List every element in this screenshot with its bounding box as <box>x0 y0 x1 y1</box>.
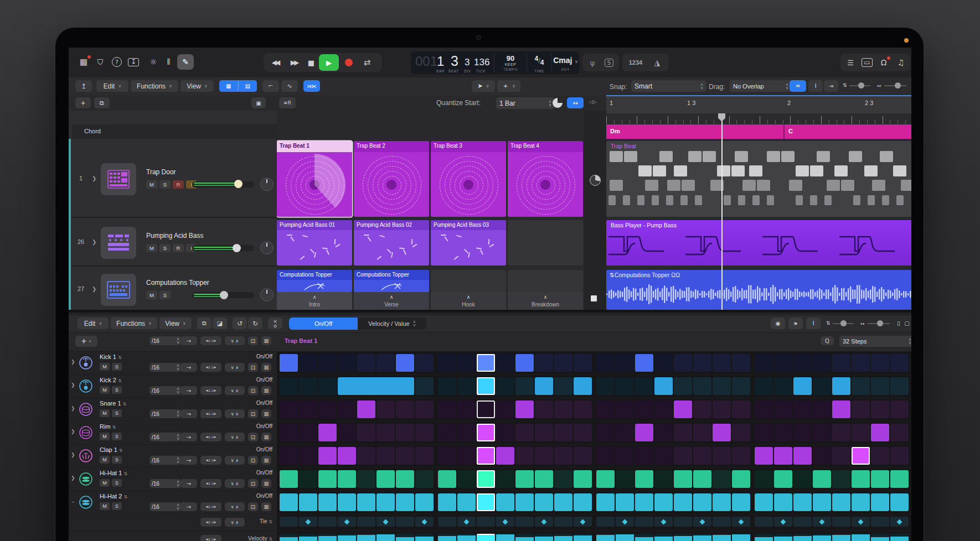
step-cell[interactable] <box>813 447 831 465</box>
step-cell[interactable] <box>713 493 731 511</box>
step-cell[interactable] <box>674 447 692 465</box>
direction-button[interactable]: → <box>180 502 197 511</box>
step-cell[interactable] <box>457 447 476 465</box>
decrement-increment-button[interactable]: ∨ ∧ <box>225 479 245 488</box>
seq-functions-menu[interactable]: Functions∨ <box>111 318 157 329</box>
track-header-26[interactable]: 26❯Pumping Acid BassMSRI <box>71 220 277 267</box>
randomize-button[interactable]: ⊡ <box>248 386 258 395</box>
step-cell[interactable] <box>299 377 317 395</box>
tie-cell[interactable] <box>496 517 514 527</box>
step-cell[interactable] <box>793 354 812 372</box>
slider-thumb[interactable] <box>840 320 847 326</box>
arrange-functions-menu[interactable]: Functions∨ <box>131 80 178 92</box>
step-cell[interactable] <box>852 470 870 488</box>
step-cell[interactable] <box>438 400 456 418</box>
step-cell[interactable] <box>396 400 414 418</box>
slider-thumb[interactable] <box>858 82 864 89</box>
step-cell[interactable] <box>654 400 673 418</box>
clear-button[interactable]: ⊠ <box>261 479 271 488</box>
randomize-button[interactable]: ⊡ <box>248 433 258 441</box>
row-solo-button[interactable]: S <box>112 433 122 440</box>
step-cell[interactable] <box>693 354 711 372</box>
step-cell[interactable] <box>852 424 870 441</box>
seq-overlap-button[interactable]: ◪ <box>213 318 227 329</box>
step-cell[interactable] <box>832 400 850 418</box>
row-stepper-icon[interactable]: ⇅ <box>123 495 127 500</box>
pencil-tool-button[interactable]: ✎ <box>177 54 194 70</box>
tie-cell[interactable] <box>732 517 750 527</box>
region-computations-topper[interactable]: ⇅Computations Topper ΩΩ <box>606 270 911 310</box>
loop-cell[interactable]: Computations Topper <box>354 270 429 292</box>
lcd-div-value[interactable]: 3 <box>465 57 470 68</box>
direction-button[interactable]: → <box>180 336 197 345</box>
step-cell[interactable] <box>338 424 356 441</box>
velocity-cell[interactable] <box>674 534 692 541</box>
loops-grid-view-button[interactable]: ▦ <box>219 80 239 92</box>
velocity-cell[interactable] <box>496 534 514 541</box>
clear-button[interactable]: ⊠ <box>261 409 271 418</box>
step-cell[interactable] <box>813 493 831 511</box>
decrement-increment-button[interactable]: ∨ ∧ <box>225 456 245 465</box>
tie-cell[interactable] <box>832 517 850 527</box>
tie-cell[interactable] <box>477 517 495 527</box>
step-cell[interactable] <box>496 377 514 395</box>
row-solo-button[interactable]: S <box>112 386 122 394</box>
row-stepper-icon[interactable]: ⇅ <box>269 519 272 524</box>
step-cell[interactable] <box>318 377 337 395</box>
step-cell[interactable] <box>338 493 356 511</box>
arrange-view-menu[interactable]: View∨ <box>180 80 214 92</box>
direction-button[interactable]: → <box>180 479 197 488</box>
direction-button[interactable]: → <box>180 386 197 395</box>
tie-cell[interactable] <box>755 517 773 527</box>
rate-select[interactable]: /16∧∨ <box>149 363 182 372</box>
tie-cell[interactable] <box>674 517 692 527</box>
scene-stop-button[interactable] <box>591 295 597 301</box>
velocity-cell[interactable] <box>515 534 534 541</box>
step-cell[interactable] <box>616 354 634 372</box>
left-click-tool-menu[interactable]: ➤∨ <box>472 80 495 92</box>
direction-button[interactable]: → <box>180 433 197 441</box>
bar-ruler[interactable]: 11 322 3 <box>606 96 911 113</box>
step-cell[interactable] <box>713 470 731 488</box>
loop-cell[interactable]: Trap Beat 1 <box>277 141 352 217</box>
empty-cell-slot[interactable] <box>508 220 583 266</box>
step-cell[interactable] <box>890 447 909 465</box>
step-cell[interactable] <box>318 354 337 372</box>
slider-thumb[interactable] <box>877 320 883 326</box>
loop-cell[interactable]: Computations Topper <box>277 270 352 292</box>
velocity-cell[interactable] <box>713 534 731 541</box>
row-disclosure[interactable]: ❯ <box>71 359 75 365</box>
tie-cell[interactable] <box>713 517 731 527</box>
step-cell[interactable] <box>813 470 831 488</box>
step-cell[interactable] <box>280 354 298 372</box>
row-solo-button[interactable]: S <box>112 363 122 371</box>
step-cell[interactable] <box>515 354 534 372</box>
step-cell[interactable] <box>457 354 476 372</box>
step-cell[interactable] <box>457 424 476 441</box>
row-disclosure[interactable]: ❯ <box>71 475 75 481</box>
step-cell[interactable] <box>496 447 514 465</box>
step-cell[interactable] <box>357 400 375 418</box>
pan-knob[interactable] <box>260 288 274 301</box>
step-cell[interactable] <box>554 447 572 465</box>
tie-cell[interactable] <box>299 517 317 527</box>
chord-track-header[interactable]: Chord <box>72 124 277 139</box>
project-chooser-button[interactable]: ▦ <box>76 55 91 69</box>
step-cell[interactable] <box>774 354 792 372</box>
chord-region-Dm[interactable]: Dm <box>606 124 783 139</box>
step-cell[interactable] <box>732 447 750 465</box>
step-cell[interactable] <box>635 354 653 372</box>
step-cell[interactable] <box>438 354 456 372</box>
step-cell[interactable] <box>477 400 495 418</box>
slider-thumb[interactable] <box>895 82 901 89</box>
seq-copy-button[interactable]: ⧉ <box>197 318 212 329</box>
velocity-cell[interactable] <box>596 534 615 541</box>
velocity-cell[interactable] <box>280 534 298 541</box>
step-cell[interactable] <box>535 447 553 465</box>
step-cell[interactable] <box>755 470 773 488</box>
step-cell[interactable] <box>755 377 773 395</box>
step-cell[interactable] <box>457 400 476 418</box>
drag-select[interactable]: No Overlap∧∨ <box>730 80 792 92</box>
step-cell[interactable] <box>674 424 692 441</box>
decrement-increment-button[interactable]: ∨ ∧ <box>225 409 245 418</box>
